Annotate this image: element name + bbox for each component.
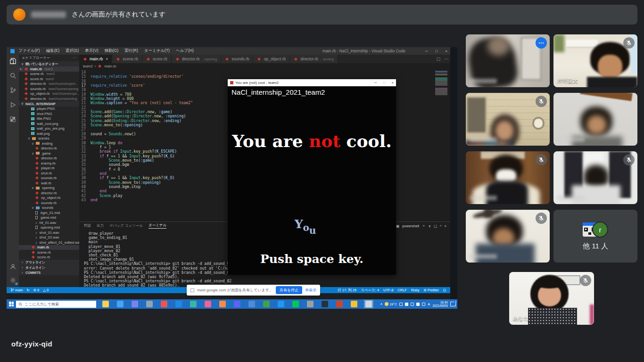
close-icon[interactable]: × (391, 81, 394, 85)
status-item[interactable]: Ruby (411, 288, 420, 293)
clock[interactable]: 16:40 2021/09/03 (432, 301, 448, 308)
notifications-bell-icon[interactable] (443, 288, 446, 292)
tree-item[interactable]: ♪shot_affect_01_edited.wav (19, 240, 79, 245)
git-branch-item[interactable]: main (10, 288, 23, 292)
menu-item[interactable]: ヘルプ(H) (176, 48, 194, 54)
taskbar-app-icon[interactable] (232, 300, 242, 308)
panel-tab[interactable]: ターミナル (149, 223, 166, 229)
tray-icon[interactable] (399, 303, 403, 306)
tree-item[interactable]: director.rb (19, 190, 79, 196)
participant-tile[interactable] (553, 151, 637, 204)
split-terminal-icon[interactable]: ▢ (434, 224, 437, 228)
close-panel-icon[interactable]: × (445, 224, 446, 228)
account-icon[interactable] (9, 263, 17, 270)
tree-item[interactable]: sounds.rb (19, 200, 79, 206)
minimap[interactable] (435, 71, 447, 100)
run-debug-icon[interactable] (9, 101, 17, 108)
taskbar-app-icon[interactable] (335, 300, 344, 308)
close-icon[interactable]: × (106, 57, 108, 61)
taskbar-app-icon[interactable] (116, 300, 125, 308)
shell-label[interactable]: powershell (402, 224, 419, 228)
tree-item[interactable]: ∨ending (19, 141, 79, 146)
menu-item[interactable]: 選択(S) (66, 48, 79, 54)
participant-tile[interactable] (466, 151, 550, 204)
open-editor-item[interactable]: scene.rbteam2 (19, 72, 79, 77)
maximize-icon[interactable]: □ (383, 81, 385, 85)
source-control-icon[interactable] (9, 87, 17, 94)
game-window-titlebar[interactable]: You are (not) cool - team2 ─ □ × (228, 79, 396, 86)
status-item[interactable]: 行 17, 列 25 (338, 288, 356, 293)
tree-item[interactable]: ∨game (19, 151, 79, 156)
menu-item[interactable]: ファイル(F) (18, 48, 40, 54)
editor-tab[interactable]: main.rb× (79, 55, 112, 63)
extensions-icon[interactable] (9, 116, 17, 123)
participant-tile[interactable] (466, 210, 550, 263)
minimize-icon[interactable]: ─ (425, 49, 428, 53)
taskbar-app-icon[interactable] (291, 300, 300, 308)
taskbar-app-icon[interactable] (276, 300, 286, 308)
editor-tab[interactable]: op_object.rb (253, 55, 290, 63)
taskbar-app-icon[interactable] (349, 300, 359, 308)
tree-item[interactable]: ♪hit_01.wav (19, 220, 79, 225)
tree-item[interactable]: ♪shot_02.wav (19, 235, 79, 240)
open-editor-item[interactable]: sounds.rbteam2\scenes\opening (19, 86, 79, 91)
open-editor-item[interactable]: ×main.rbteam2 (19, 66, 79, 72)
open-editor-item[interactable]: director.rbteam2\scenes\openi... (19, 82, 79, 87)
tray-icon[interactable] (405, 303, 408, 306)
taskbar-app-icon[interactable] (218, 300, 227, 308)
taskbar-app-icon[interactable] (189, 300, 198, 308)
menu-item[interactable]: 移動(G) (105, 48, 118, 54)
notification-center-icon[interactable]: 1 (450, 302, 456, 306)
hide-banner-button[interactable]: 非表示 (305, 288, 316, 293)
taskbar-app-icon[interactable] (305, 300, 315, 308)
taskbar-app-icon[interactable] (130, 300, 140, 308)
tree-item[interactable]: sounds.rb (19, 176, 79, 181)
participant-tile[interactable] (553, 93, 637, 146)
taskbar-app-icon[interactable] (159, 300, 169, 308)
tree-item[interactable]: wall_you_are.png (19, 126, 79, 132)
taskbar-app-icon[interactable] (247, 300, 256, 308)
explorer-more-icon[interactable]: ⋯ (73, 56, 76, 60)
tree-item[interactable]: ∨scenes (19, 136, 79, 141)
participant-tile[interactable]: ⋯ (466, 34, 550, 87)
taskbar-search[interactable]: ここに入力して検索 (16, 301, 96, 308)
close-icon[interactable]: × (19, 67, 23, 71)
errors-item[interactable]: ⊘ 0 (33, 288, 40, 292)
tree-item[interactable]: op_object.rb (19, 196, 79, 201)
open-editor-item[interactable]: director.rbteam2\scenes\ending (19, 96, 79, 101)
new-terminal-icon[interactable]: ＋ (422, 223, 426, 228)
tree-item[interactable]: score.rb (19, 255, 79, 260)
search-icon[interactable] (9, 72, 17, 79)
explorer-icon[interactable] (9, 58, 17, 65)
participant-tile[interactable] (466, 93, 550, 146)
taskbar-app-icon[interactable] (320, 300, 330, 308)
open-editor-item[interactable]: score.rbteam2 (19, 76, 79, 82)
menu-item[interactable]: 編集(E) (46, 48, 59, 54)
weather-widget[interactable]: 24°C (385, 302, 397, 306)
editor-tab[interactable]: score.rb (142, 55, 172, 63)
sidebar-section[interactable]: ›COMMITS (19, 270, 79, 275)
editor-tab[interactable]: scene.rb (112, 55, 142, 63)
tree-item[interactable]: wall_cool.png (19, 121, 79, 126)
close-icon[interactable]: × (445, 49, 447, 53)
tree-item[interactable]: ∨sounds (19, 206, 79, 211)
taskbar-app-icon[interactable] (203, 300, 213, 308)
taskbar-app-icon[interactable] (174, 300, 183, 308)
menu-item[interactable]: 表示(V) (85, 48, 98, 54)
minimize-icon[interactable]: ─ (374, 81, 377, 85)
open-editor-item[interactable]: op_object.rbteam2\scenes\ope... (19, 91, 79, 97)
status-item[interactable]: UTF-8 (383, 288, 393, 293)
panel-tab[interactable]: 出力 (97, 223, 104, 228)
settings-gear-icon[interactable]: 1 (9, 277, 17, 284)
participants-overflow-tile[interactable]: r他 11 人 (553, 210, 637, 263)
ime-indicator[interactable]: A (428, 302, 430, 306)
tree-item[interactable]: scene.rb (19, 250, 79, 255)
tree-item[interactable]: director.rb (19, 146, 79, 151)
shell-dropdown-icon[interactable]: ∨ (428, 224, 431, 228)
tree-item[interactable]: player.rb (19, 166, 79, 171)
tree-item[interactable]: shot.rb (19, 171, 79, 176)
menu-item[interactable]: ターミナル(T) (144, 48, 170, 54)
tree-item[interactable]: ∨opening (19, 186, 79, 191)
editor-tab[interactable]: sounds.rb (221, 55, 253, 63)
tree-item[interactable]: enemy.rb (19, 161, 79, 166)
